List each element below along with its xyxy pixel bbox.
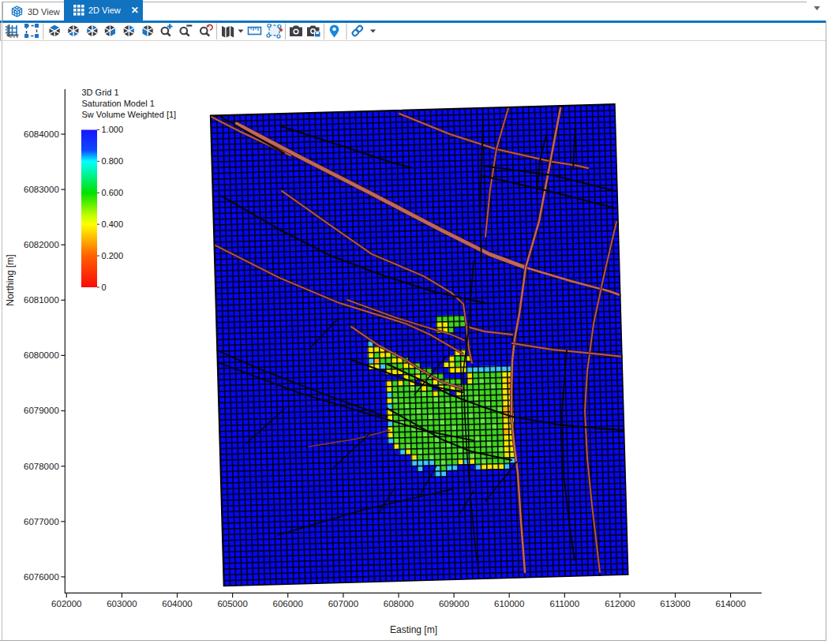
svg-text:613000: 613000 — [660, 599, 690, 608]
svg-text:605000: 605000 — [217, 599, 247, 608]
svg-text:611000: 611000 — [550, 599, 580, 608]
svg-text:608000: 608000 — [384, 599, 414, 608]
svg-text:1.000: 1.000 — [102, 125, 124, 134]
svg-text:6079000: 6079000 — [24, 406, 59, 415]
svg-text:614000: 614000 — [715, 599, 745, 608]
svg-text:602000: 602000 — [51, 599, 81, 608]
svg-text:606000: 606000 — [273, 599, 303, 608]
svg-text:Sw Volume Weighted [1]: Sw Volume Weighted [1] — [82, 110, 177, 119]
svg-text:6076000: 6076000 — [24, 572, 59, 582]
svg-text:6081000: 6081000 — [24, 295, 59, 305]
svg-text:609000: 609000 — [439, 599, 469, 608]
svg-text:604000: 604000 — [162, 599, 192, 608]
svg-text:0.200: 0.200 — [102, 251, 124, 260]
svg-text:6082000: 6082000 — [24, 240, 59, 249]
svg-text:6077000: 6077000 — [24, 517, 59, 526]
svg-text:6080000: 6080000 — [24, 350, 59, 360]
svg-text:0: 0 — [102, 283, 107, 292]
svg-text:607000: 607000 — [328, 599, 358, 608]
svg-text:0.800: 0.800 — [102, 156, 124, 166]
svg-text:6078000: 6078000 — [24, 462, 59, 471]
svg-text:612000: 612000 — [605, 599, 635, 608]
svg-text:610000: 610000 — [494, 599, 524, 608]
svg-text:0.400: 0.400 — [102, 219, 124, 229]
svg-text:0.600: 0.600 — [102, 188, 124, 197]
svg-text:3D Grid 1: 3D Grid 1 — [82, 88, 119, 97]
svg-text:Easting [m]: Easting [m] — [390, 624, 437, 635]
svg-text:6083000: 6083000 — [24, 185, 59, 194]
svg-text:Saturation Model 1: Saturation Model 1 — [82, 99, 155, 108]
svg-text:Northing [m]: Northing [m] — [5, 254, 16, 305]
svg-text:603000: 603000 — [107, 599, 137, 608]
svg-text:6084000: 6084000 — [24, 129, 59, 139]
